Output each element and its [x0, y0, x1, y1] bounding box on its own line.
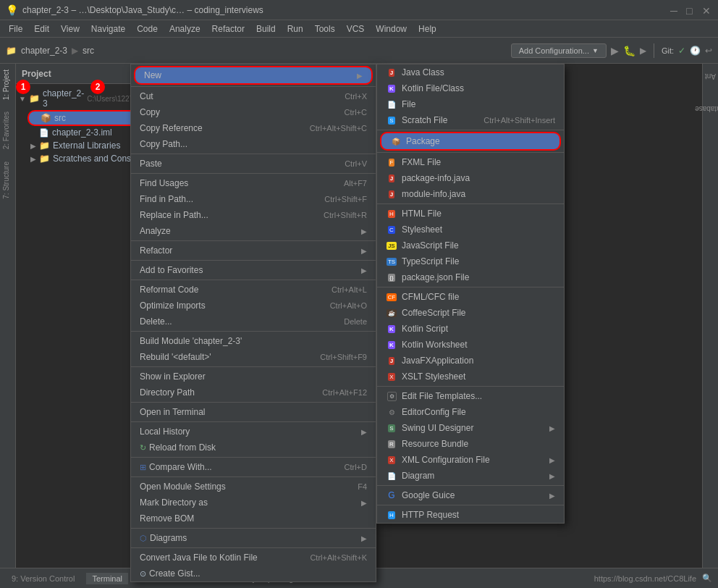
ctx-item-copy[interactable]: Copy Ctrl+C: [131, 104, 376, 120]
menu-refactor[interactable]: Refactor: [206, 22, 250, 35]
ctx-item-local-history[interactable]: Local History ▶: [131, 424, 376, 440]
ctx-item-remove-bom[interactable]: Remove BOM: [131, 511, 376, 526]
ctx-item-show-explorer[interactable]: Show in Explorer: [131, 369, 376, 385]
submenu-file[interactable]: 📄 File: [377, 96, 564, 112]
submenu-kotlin-worksheet[interactable]: K Kotlin Worksheet: [377, 337, 564, 353]
add-configuration-button[interactable]: Add Configuration... ▼: [511, 43, 607, 58]
submenu-resource-bundle[interactable]: R Resource Bundle: [377, 436, 564, 452]
submenu-kotlin-script[interactable]: K Kotlin Script: [377, 321, 564, 337]
ctx-item-cut[interactable]: Cut Ctrl+X: [131, 88, 376, 104]
ctx-item-paste[interactable]: Paste Ctrl+V: [131, 156, 376, 172]
debug-button[interactable]: 🐛: [623, 45, 635, 56]
ctx-shortcut-rebuild: Ctrl+Shift+F9: [320, 353, 367, 361]
ctx-item-new[interactable]: New ▶: [134, 66, 373, 85]
ctx-label-copy: Copy: [140, 107, 330, 117]
ctx-shortcut-compare: Ctrl+D: [345, 463, 367, 471]
submenu-diagram[interactable]: 📄 Diagram ▶: [377, 468, 564, 484]
submenu-xml-config[interactable]: X XML Configuration File ▶: [377, 452, 564, 468]
submenu-edit-templates[interactable]: ⚙ Edit File Templates...: [377, 388, 564, 404]
submenu-ts[interactable]: TS TypeScript File: [377, 253, 564, 269]
ctx-item-convert-kotlin[interactable]: Convert Java File to Kotlin File Ctrl+Al…: [131, 550, 376, 566]
ctx-item-open-terminal[interactable]: Open in Terminal: [131, 404, 376, 420]
menu-window[interactable]: Window: [370, 22, 413, 35]
git-clock[interactable]: 🕐: [690, 46, 701, 56]
submenu-html[interactable]: H HTML File: [377, 206, 564, 222]
submenu-module-info[interactable]: J module-info.java: [377, 186, 564, 202]
menu-view[interactable]: View: [55, 22, 85, 35]
ctx-item-compare[interactable]: ⊞ Compare With... Ctrl+D: [131, 459, 376, 475]
submenu-xslt[interactable]: X XSLT Stylesheet: [377, 369, 564, 385]
submenu-editorconfig[interactable]: ⚙ EditorConfig File: [377, 404, 564, 420]
sidebar-tab-project[interactable]: 1: Project: [0, 64, 15, 106]
menu-vcs[interactable]: VCS: [341, 22, 371, 35]
submenu-json[interactable]: {} package.json File: [377, 269, 564, 285]
sidebar-tab-database[interactable]: Database: [689, 100, 718, 115]
menu-code[interactable]: Code: [131, 22, 164, 35]
ctx-label-paste: Paste: [140, 159, 330, 169]
ctx-item-create-gist[interactable]: ⊙ Create Gist...: [131, 566, 376, 581]
toolbar: 📁 chapter_2-3 ▶ src Add Configuration...…: [0, 38, 718, 64]
submenu-swing[interactable]: S Swing UI Designer ▶: [377, 420, 564, 436]
coverage-button[interactable]: ▶: [640, 46, 646, 56]
sidebar-tab-favorites[interactable]: 2: Favorites: [0, 106, 15, 155]
submenu-fxml[interactable]: F FXML File: [377, 154, 564, 170]
submenu-package-info[interactable]: J package-info.java: [377, 170, 564, 186]
ctx-item-delete[interactable]: Delete... Delete: [131, 314, 376, 329]
ctx-item-copy-path[interactable]: Copy Path...: [131, 136, 376, 152]
extlib-icon: 📁: [39, 140, 50, 151]
menu-edit[interactable]: Edit: [28, 22, 55, 35]
ctx-item-build-module[interactable]: Build Module 'chapter_2-3': [131, 333, 376, 349]
menu-run[interactable]: Run: [282, 22, 309, 35]
ctx-item-reformat[interactable]: Reformat Code Ctrl+Alt+L: [131, 282, 376, 298]
status-search[interactable]: 🔍: [702, 574, 712, 583]
minimize-button[interactable]: ─: [670, 5, 680, 15]
ctx-item-copy-ref[interactable]: Copy Reference Ctrl+Alt+Shift+C: [131, 120, 376, 136]
git-back[interactable]: ↩: [705, 46, 712, 56]
breadcrumb-src[interactable]: src: [83, 46, 94, 56]
status-tab-version-control[interactable]: 9: Version Control: [6, 573, 80, 584]
close-button[interactable]: ✕: [702, 5, 712, 15]
submenu-stylesheet[interactable]: C Stylesheet: [377, 222, 564, 238]
menu-file[interactable]: File: [3, 22, 28, 35]
submenu-scratch[interactable]: S Scratch File Ctrl+Alt+Shift+Insert: [377, 112, 564, 128]
submenu-label-http: HTTP Request: [402, 510, 555, 520]
status-tab-terminal[interactable]: Terminal: [86, 573, 128, 584]
ctx-item-mark-dir[interactable]: Mark Directory as ▶: [131, 495, 376, 511]
git-checkmark[interactable]: ✓: [678, 46, 685, 56]
ctx-item-module-settings[interactable]: Open Module Settings F4: [131, 479, 376, 495]
submenu-coffeescript[interactable]: ☕ CoffeeScript File: [377, 305, 564, 321]
ctx-item-rebuild[interactable]: Rebuild '<default>' Ctrl+Shift+F9: [131, 349, 376, 365]
menu-tools[interactable]: Tools: [309, 22, 341, 35]
ctx-item-refactor[interactable]: Refactor ▶: [131, 243, 376, 259]
ctx-item-find-usages[interactable]: Find Usages Alt+F7: [131, 175, 376, 191]
breadcrumb-project[interactable]: chapter_2-3: [21, 46, 67, 56]
submenu-javafx[interactable]: J JavaFXApplication: [377, 353, 564, 369]
submenu-http[interactable]: H HTTP Request: [377, 507, 564, 523]
ctx-item-find-path[interactable]: Find in Path... Ctrl+Shift+F: [131, 191, 376, 207]
submenu-google-guice[interactable]: G Google Guice ▶: [377, 487, 564, 503]
maximize-button[interactable]: □: [686, 5, 696, 15]
ctx-item-diagrams[interactable]: ⬡ Diagrams ▶: [131, 530, 376, 546]
submenu-shortcut-scratch: Ctrl+Alt+Shift+Insert: [483, 116, 555, 125]
window-controls[interactable]: ─ □ ✕: [670, 5, 712, 15]
submenu-js[interactable]: JS JavaScript File: [377, 238, 564, 253]
ctx-item-add-favorites[interactable]: Add to Favorites ▶: [131, 262, 376, 278]
ctx-item-replace-path[interactable]: Replace in Path... Ctrl+Shift+R: [131, 207, 376, 223]
ctx-item-analyze[interactable]: Analyze ▶: [131, 223, 376, 239]
submenu-kotlin-class[interactable]: K Kotlin File/Class: [377, 80, 564, 96]
run-button[interactable]: ▶: [611, 45, 619, 56]
ctx-item-optimize[interactable]: Optimize Imports Ctrl+Alt+O: [131, 298, 376, 314]
menu-build[interactable]: Build: [250, 22, 282, 35]
ctx-item-dir-path[interactable]: Directory Path Ctrl+Alt+F12: [131, 385, 376, 400]
ctx-sep-12: [131, 476, 376, 477]
menu-navigate[interactable]: Navigate: [85, 22, 131, 35]
submenu-package[interactable]: 📦 Package: [380, 132, 561, 151]
submenu-java-class[interactable]: J Java Class: [377, 64, 564, 80]
sidebar-tab-structure[interactable]: 7: Structure: [0, 156, 15, 205]
context-menu: New ▶ Cut Ctrl+X Copy Ctrl+C Copy Refere…: [130, 64, 376, 582]
sidebar-tab-ant[interactable]: Ant: [699, 67, 718, 83]
menu-help[interactable]: Help: [413, 22, 442, 35]
menu-analyze[interactable]: Analyze: [164, 22, 206, 35]
ctx-item-reload[interactable]: ↻ Reload from Disk: [131, 440, 376, 455]
submenu-cfml[interactable]: CF CFML/CFC file: [377, 289, 564, 305]
